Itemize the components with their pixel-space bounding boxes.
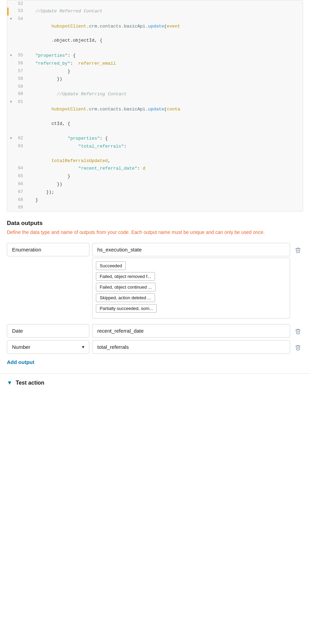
add-output-label: Add output bbox=[7, 359, 34, 365]
code-line-66: 66 }) bbox=[7, 181, 303, 189]
output-type-cell-2: Date bbox=[7, 324, 89, 337]
enum-options-1: Succeeded Failed, object removed f... Fa… bbox=[92, 258, 290, 319]
code-line-59: 59 bbox=[7, 83, 303, 90]
code-line-56: 56 "referred_by": referrer_email bbox=[7, 60, 303, 68]
code-editor: 52 53 //Update Referred Contact ▼ 54 hub… bbox=[7, 0, 303, 212]
code-line-58: 58 }) bbox=[7, 75, 303, 83]
output-delete-cell-1 bbox=[293, 243, 303, 256]
code-line-55: ▼ 55 "properties": { bbox=[7, 52, 303, 60]
output-type-select-3[interactable]: Number String Date Boolean Enumeration bbox=[7, 340, 89, 354]
code-line-69: 69 bbox=[7, 204, 303, 211]
code-line-62: ▼ 62 "properties": { bbox=[7, 135, 303, 143]
output-type-display-2: Date bbox=[7, 324, 89, 337]
output-delete-cell-2 bbox=[293, 324, 303, 337]
delete-output-3-button[interactable] bbox=[293, 343, 303, 354]
code-line-57: 57 } bbox=[7, 68, 303, 76]
test-action-section[interactable]: ▼ Test action bbox=[0, 374, 310, 392]
delete-output-1-button[interactable] bbox=[293, 246, 303, 256]
add-output-button[interactable]: Add output bbox=[7, 356, 34, 368]
code-line-63: 63 "total_referrals": totalReferralsUpda… bbox=[7, 143, 303, 165]
section-title: Data outputs bbox=[7, 220, 303, 227]
enum-tag-skipped: Skipped, action deleted ... bbox=[96, 293, 155, 302]
code-line-60: 60 //Update Referring Contact bbox=[7, 90, 303, 98]
code-line-54: ▼ 54 hubspotClient.crm.contacts.basicApi… bbox=[7, 15, 303, 52]
code-line-68: 68 } bbox=[7, 196, 303, 204]
output-type-wrapper-3[interactable]: Number String Date Boolean Enumeration ▼ bbox=[7, 340, 89, 354]
code-line-65: 65 } bbox=[7, 173, 303, 181]
output-row-1: Enumeration Succeeded Failed, object rem… bbox=[7, 243, 303, 319]
section-desc: Define the data type and name of outputs… bbox=[7, 229, 303, 236]
enum-tag-failed-removed: Failed, object removed f... bbox=[96, 272, 155, 281]
output-type-cell-3[interactable]: Number String Date Boolean Enumeration ▼ bbox=[7, 340, 89, 354]
enum-tag-failed-continued: Failed, object continued ... bbox=[96, 283, 156, 291]
code-line-67: 67 }); bbox=[7, 189, 303, 196]
code-line-52: 52 bbox=[7, 0, 303, 8]
output-name-input-2[interactable] bbox=[92, 324, 290, 337]
output-name-input-1[interactable] bbox=[92, 243, 290, 256]
output-row-2: Date bbox=[7, 324, 303, 337]
test-action-title: Test action bbox=[16, 380, 44, 386]
delete-output-2-button[interactable] bbox=[293, 327, 303, 337]
enum-tag-partial: Partially succeeded, som... bbox=[96, 304, 157, 313]
output-type-display-1: Enumeration bbox=[7, 243, 89, 256]
test-action-chevron-icon: ▼ bbox=[7, 380, 12, 386]
enum-tag-succeeded: Succeeded bbox=[96, 261, 126, 270]
code-line-61: ▼ 61 hubspotClient.crm.contacts.basicApi… bbox=[7, 98, 303, 135]
output-row-3: Number String Date Boolean Enumeration ▼ bbox=[7, 340, 303, 354]
output-name-cell-2[interactable] bbox=[92, 324, 290, 337]
output-name-cell-3[interactable] bbox=[92, 340, 290, 354]
data-outputs-section: Data outputs Define the data type and na… bbox=[0, 212, 310, 373]
code-line-64: 64 "recent_referral_date": d bbox=[7, 165, 303, 173]
output-type-cell-1: Enumeration bbox=[7, 243, 89, 256]
output-name-cell-1[interactable]: Succeeded Failed, object removed f... Fa… bbox=[92, 243, 290, 319]
output-name-input-3[interactable] bbox=[92, 340, 290, 354]
output-delete-cell-3 bbox=[293, 340, 303, 354]
code-line-53: 53 //Update Referred Contact bbox=[7, 8, 303, 15]
